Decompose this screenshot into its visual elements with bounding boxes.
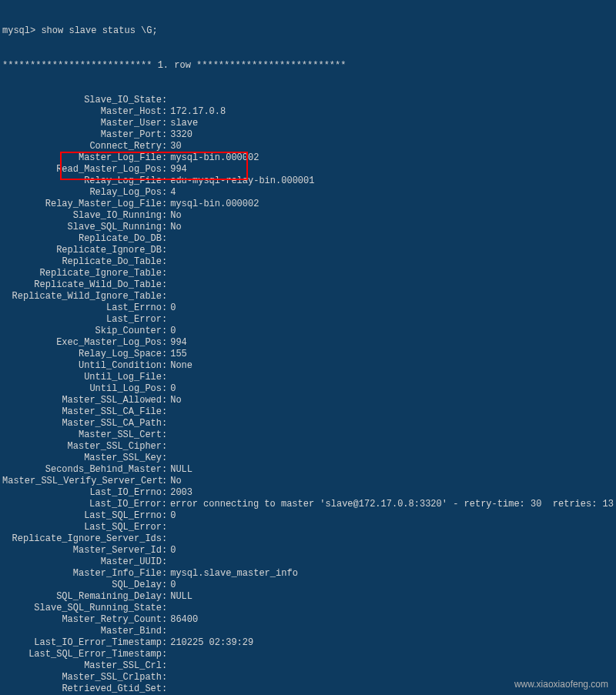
colon: : [162, 199, 170, 210]
field-label: Relay_Log_File [2, 175, 162, 187]
field-label: Last_IO_Error_Timestamp [2, 637, 162, 649]
status-row: Master_SSL_CA_File: [2, 406, 614, 418]
colon: : [162, 175, 170, 187]
field-value: 0 [170, 510, 176, 522]
status-row: Replicate_Ignore_Server_Ids: [2, 533, 614, 545]
colon: : [162, 245, 170, 256]
status-row: Master_SSL_Crl: [2, 660, 614, 672]
field-value: 155 [170, 349, 187, 360]
field-label: Exec_Master_Log_Pos [2, 337, 162, 349]
colon: : [162, 360, 170, 372]
status-row: Master_SSL_Key: [2, 453, 614, 464]
field-value: mysql.slave_master_info [170, 568, 298, 580]
field-label: Relay_Log_Pos [2, 187, 162, 199]
field-label: SQL_Remaining_Delay [2, 591, 162, 603]
field-label: Last_IO_Error [2, 499, 162, 510]
field-label: Relay_Master_Log_File [2, 199, 162, 210]
colon: : [162, 418, 170, 429]
field-label: Last_IO_Errno [2, 487, 162, 499]
status-row: Master_SSL_Cipher: [2, 441, 614, 453]
colon: : [162, 395, 170, 406]
colon: : [162, 476, 170, 487]
status-row: Last_IO_Errno:2003 [2, 487, 614, 499]
colon: : [162, 510, 170, 522]
command-text: show slave status \G; [41, 25, 157, 37]
colon: : [162, 660, 170, 672]
field-label: Master_Info_File [2, 568, 162, 580]
status-row: Replicate_Do_DB: [2, 233, 614, 245]
field-label: Connect_Retry [2, 141, 162, 152]
status-row: Master_UUID: [2, 556, 614, 568]
field-label: Last_Error [2, 314, 162, 326]
field-label: Until_Log_File [2, 372, 162, 383]
colon: : [162, 603, 170, 614]
colon: : [162, 464, 170, 476]
field-value: 4 [170, 187, 176, 199]
status-row: Slave_IO_State: [2, 95, 614, 106]
status-row: Last_SQL_Errno:0 [2, 510, 614, 522]
field-label: Master_SSL_Key [2, 453, 162, 464]
field-value: 172.17.0.8 [170, 106, 226, 118]
colon: : [162, 256, 170, 268]
colon: : [162, 372, 170, 383]
colon: : [162, 302, 170, 314]
field-label: Master_Log_File [2, 152, 162, 164]
status-row: Last_IO_Error_Timestamp:210225 02:39:29 [2, 637, 614, 649]
status-row: Skip_Counter:0 [2, 326, 614, 337]
field-label: Until_Log_Pos [2, 383, 162, 395]
field-label: Read_Master_Log_Pos [2, 164, 162, 175]
field-value: 2003 [170, 487, 192, 499]
colon: : [162, 406, 170, 418]
field-label: Master_Retry_Count [2, 614, 162, 626]
status-row: Master_SSL_Allowed:No [2, 395, 614, 406]
status-row: Replicate_Do_Table: [2, 256, 614, 268]
field-label: Replicate_Ignore_Server_Ids [2, 533, 162, 545]
colon: : [162, 141, 170, 152]
status-row: Read_Master_Log_Pos:994 [2, 164, 614, 175]
field-label: Master_SSL_Crl [2, 660, 162, 672]
field-label: SQL_Delay [2, 580, 162, 591]
field-value: 994 [170, 164, 187, 175]
watermark: www.xiaoxiaofeng.com [514, 679, 608, 690]
field-label: Replicate_Do_DB [2, 233, 162, 245]
status-row: Master_SSL_Cert: [2, 429, 614, 441]
field-value: 86400 [170, 614, 198, 626]
status-row: Until_Log_Pos:0 [2, 383, 614, 395]
colon: : [162, 118, 170, 129]
field-label: Replicate_Wild_Ignore_Table [2, 291, 162, 302]
status-row: Last_SQL_Error_Timestamp: [2, 649, 614, 660]
status-row: Master_Host:172.17.0.8 [2, 106, 614, 118]
colon: : [162, 383, 170, 395]
colon: : [162, 556, 170, 568]
field-value: 210225 02:39:29 [170, 637, 253, 649]
colon: : [162, 210, 170, 222]
row-header: *************************** 1. row *****… [2, 60, 614, 72]
field-label: Replicate_Ignore_DB [2, 245, 162, 256]
field-value: 0 [170, 326, 176, 337]
colon: : [162, 591, 170, 603]
status-row: Relay_Log_Space:155 [2, 349, 614, 360]
status-row: Until_Log_File: [2, 372, 614, 383]
colon: : [162, 187, 170, 199]
colon: : [162, 637, 170, 649]
field-label: Last_SQL_Error_Timestamp [2, 649, 162, 660]
field-label: Replicate_Do_Table [2, 256, 162, 268]
field-value: 0 [170, 302, 176, 314]
status-row: Last_Errno:0 [2, 302, 614, 314]
prompt-line: mysql> show slave status \G; [2, 25, 614, 37]
field-value: edu-mysql-relay-bin.000001 [170, 175, 314, 187]
terminal-output[interactable]: mysql> show slave status \G; ***********… [0, 0, 616, 695]
status-row: Last_IO_Error:error connecting to master… [2, 499, 614, 510]
field-value: 0 [170, 545, 176, 556]
status-row: SQL_Delay:0 [2, 580, 614, 591]
status-row: Replicate_Wild_Ignore_Table: [2, 291, 614, 302]
colon: : [162, 487, 170, 499]
colon: : [162, 429, 170, 441]
colon: : [162, 279, 170, 291]
status-row: Master_Retry_Count:86400 [2, 614, 614, 626]
field-label: Seconds_Behind_Master [2, 464, 162, 476]
field-label: Until_Condition [2, 360, 162, 372]
status-row: SQL_Remaining_Delay:NULL [2, 591, 614, 603]
field-value: 3320 [170, 129, 192, 141]
field-value: 0 [170, 383, 176, 395]
